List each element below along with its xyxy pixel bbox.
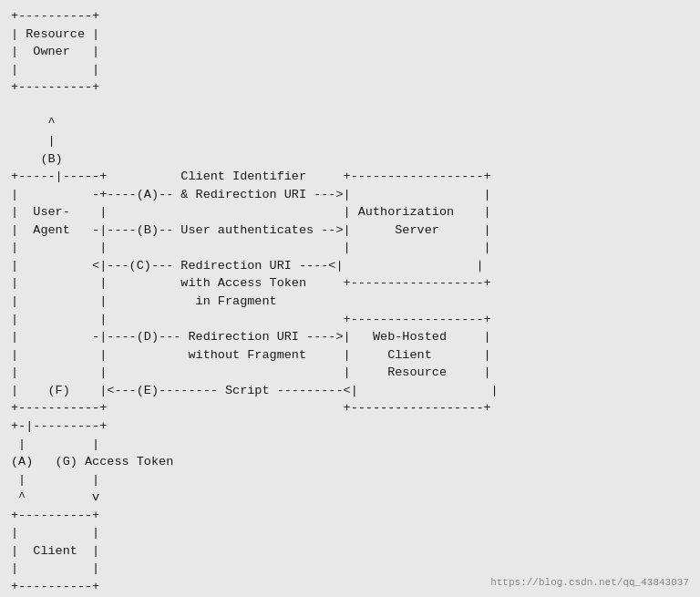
watermark: https://blog.csdn.net/qq_43843037 <box>490 577 689 588</box>
diagram-content: +----------+ | Resource | | Owner | | | … <box>11 7 499 596</box>
diagram-container: +----------+ | Resource | | Owner | | | … <box>0 0 700 597</box>
